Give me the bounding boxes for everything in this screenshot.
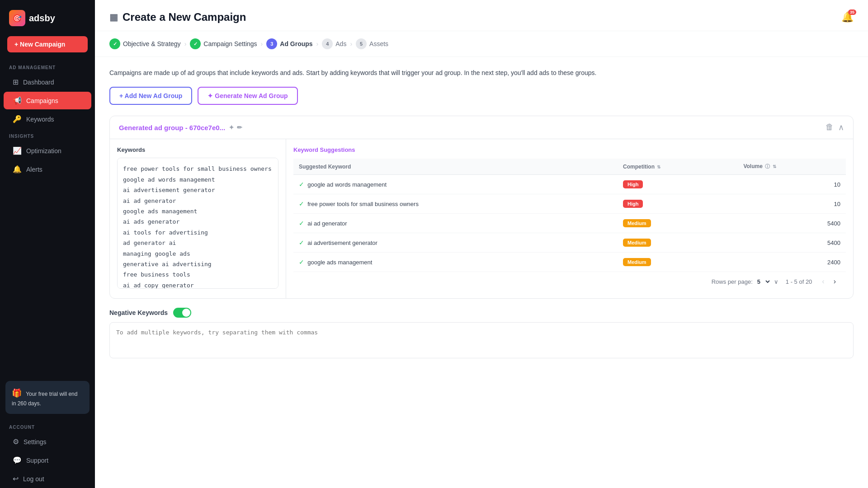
account-label: ACCOUNT: [0, 419, 95, 432]
breadcrumb-arrow-1: ›: [184, 40, 187, 47]
page-info: 1 - 5 of 20: [786, 278, 812, 285]
check-icon[interactable]: ✓: [299, 239, 304, 246]
competition-cell: Medium: [618, 214, 738, 233]
ad-group-actions: 🗑 ∧: [826, 122, 844, 132]
sidebar-item-keywords[interactable]: 🔑 Keywords: [4, 110, 91, 128]
keyword-cell: ✓ google ads management: [293, 253, 618, 272]
sidebar-item-label: Dashboard: [23, 79, 54, 86]
keywords-panel: Keywords free power tools for small busi…: [110, 139, 286, 298]
negative-keywords-textarea[interactable]: [109, 322, 854, 358]
edit-icon[interactable]: ✏: [237, 124, 242, 131]
title-text: Create a New Campaign: [123, 11, 246, 23]
page-navigation: ‹ ›: [819, 277, 839, 286]
sidebar-item-alerts[interactable]: 🔔 Alerts: [4, 160, 91, 178]
support-icon: 💬: [13, 456, 22, 465]
page-content: Campaigns are made up of ad groups that …: [95, 57, 868, 488]
keyword-cell: ✓ ai advertisement generator: [293, 233, 618, 253]
logo-text: adsby: [29, 13, 55, 23]
sidebar-item-label: Campaigns: [26, 97, 58, 104]
step-label-assets: Assets: [369, 40, 388, 47]
competition-badge: Medium: [623, 258, 651, 266]
page-title: ▦ Create a New Campaign: [109, 11, 246, 23]
breadcrumb-step-ad-groups[interactable]: 3 Ad Groups: [266, 38, 312, 49]
suggestions-label: Keyword Suggestions: [293, 146, 846, 153]
table-row: ✓ free power tools for small business ow…: [293, 194, 846, 214]
optimization-icon: 📈: [13, 146, 22, 155]
ad-group-title: Generated ad group - 670ce7e0... ✦ ✏: [119, 124, 242, 131]
logo-icon: 🎯: [9, 10, 25, 26]
competition-badge: Medium: [623, 219, 651, 227]
step-label-ads: Ads: [335, 40, 346, 47]
campaigns-icon: 📢: [13, 96, 22, 105]
sidebar-item-support[interactable]: 💬 Support: [4, 451, 91, 469]
table-row: ✓ google ads management Medium 2400: [293, 253, 846, 272]
volume-cell: 5400: [738, 233, 846, 253]
check-icon[interactable]: ✓: [299, 181, 304, 188]
suggestions-table: Suggested Keyword Competition ⇅ Volume ⓘ…: [293, 159, 846, 272]
new-campaign-button[interactable]: + New Campaign: [7, 36, 88, 52]
keywords-label: Keywords: [117, 146, 278, 153]
breadcrumb-step-campaign-settings[interactable]: ✓ Campaign Settings: [190, 38, 257, 49]
col-header-volume[interactable]: Volume ⓘ ⇅: [738, 159, 846, 175]
keywords-textarea[interactable]: free power tools for small business owne…: [117, 158, 278, 289]
sidebar: 🎯 adsby + New Campaign AD MANAGEMENT ⊞ D…: [0, 0, 95, 488]
sidebar-item-label: Keywords: [26, 116, 54, 123]
page-description: Campaigns are made up of ad groups that …: [109, 68, 854, 78]
sidebar-item-dashboard[interactable]: ⊞ Dashboard: [4, 73, 91, 91]
breadcrumb: ✓ Objective & Strategy › ✓ Campaign Sett…: [95, 31, 868, 57]
prev-page-button[interactable]: ‹: [819, 277, 827, 286]
notification-button[interactable]: 🔔 35: [841, 11, 854, 23]
sidebar-item-optimization[interactable]: 📈 Optimization: [4, 142, 91, 160]
sidebar-item-logout[interactable]: ↩ Log out: [4, 470, 91, 488]
next-page-button[interactable]: ›: [831, 277, 839, 286]
breadcrumb-step-ads[interactable]: 4 Ads: [322, 38, 346, 49]
col-header-competition[interactable]: Competition ⇅: [618, 159, 738, 175]
collapse-icon[interactable]: ∧: [838, 122, 844, 132]
keywords-icon: 🔑: [13, 115, 22, 123]
check-icon[interactable]: ✓: [299, 200, 304, 207]
breadcrumb-arrow-3: ›: [316, 40, 319, 47]
pagination-row: Rows per page: 5 10 20 ∨ 1 - 5 of 20 ‹ ›: [293, 272, 846, 291]
step-circle-ads: 4: [322, 38, 333, 49]
step-label-ad-groups: Ad Groups: [280, 40, 312, 47]
ad-group-body: Keywords free power tools for small busi…: [110, 139, 853, 298]
competition-cell: Medium: [618, 253, 738, 272]
check-icon[interactable]: ✓: [299, 258, 304, 266]
sidebar-item-label: Alerts: [26, 166, 42, 173]
breadcrumb-arrow-2: ›: [261, 40, 263, 47]
breadcrumb-step-objective[interactable]: ✓ Objective & Strategy: [109, 38, 181, 49]
table-row: ✓ google ad words management High 10: [293, 175, 846, 194]
step-circle-campaign-settings: ✓: [190, 38, 201, 49]
negative-keywords-label: Negative Keywords: [109, 309, 168, 316]
check-icon[interactable]: ✓: [299, 220, 304, 227]
add-new-ad-group-button[interactable]: + Add New Ad Group: [109, 87, 192, 105]
sidebar-item-label: Optimization: [26, 147, 61, 155]
sidebar-item-campaigns[interactable]: 📢 Campaigns: [4, 92, 91, 109]
keyword-cell: ✓ ai ad generator: [293, 214, 618, 233]
competition-badge: High: [623, 200, 643, 208]
dropdown-icon: ∨: [774, 278, 778, 285]
breadcrumb-step-assets[interactable]: 5 Assets: [356, 38, 388, 49]
title-icon: ▦: [109, 12, 118, 23]
volume-cell: 10: [738, 175, 846, 194]
volume-cell: 10: [738, 194, 846, 214]
rows-per-page-select[interactable]: 5 10 20: [755, 278, 771, 286]
generate-new-ad-group-button[interactable]: ✦ Generate New Ad Group: [198, 87, 297, 105]
competition-badge: High: [623, 180, 643, 188]
alerts-icon: 🔔: [13, 165, 22, 174]
negative-keywords-toggle[interactable]: [173, 308, 191, 318]
sparkle-icon: ✦: [229, 124, 234, 131]
delete-icon[interactable]: 🗑: [826, 122, 834, 132]
logo: 🎯 adsby: [0, 0, 95, 36]
sidebar-item-settings[interactable]: ⚙ Settings: [4, 433, 91, 450]
competition-cell: Medium: [618, 233, 738, 253]
ad-group-title-text: Generated ad group - 670ce7e0...: [119, 124, 225, 131]
col-header-keyword: Suggested Keyword: [293, 159, 618, 175]
volume-cell: 5400: [738, 214, 846, 233]
table-row: ✓ ai advertisement generator Medium 5400: [293, 233, 846, 253]
keyword-cell: ✓ google ad words management: [293, 175, 618, 194]
step-circle-objective: ✓: [109, 38, 120, 49]
sidebar-item-label: Log out: [23, 475, 44, 483]
ad-group-title-icons: ✦ ✏: [229, 124, 242, 131]
logout-icon: ↩: [13, 474, 19, 483]
